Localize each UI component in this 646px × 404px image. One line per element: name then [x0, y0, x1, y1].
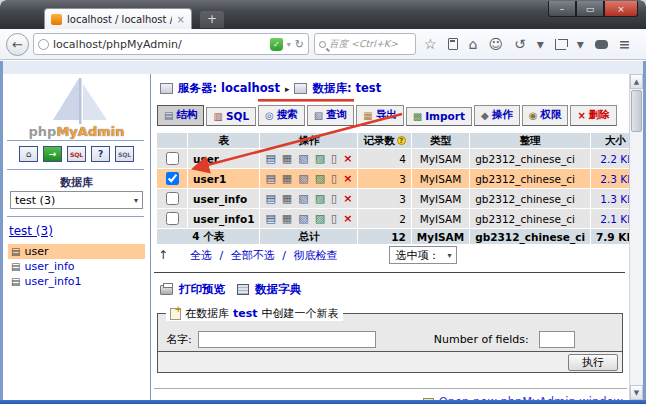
screenshot-icon[interactable]: [555, 39, 566, 50]
sidebar-database-link[interactable]: test (3): [9, 224, 53, 238]
vertical-scrollbar[interactable]: ▲ ▼: [629, 74, 643, 400]
sidebar-item-user[interactable]: ▤user: [8, 244, 145, 259]
with-selected-select[interactable]: 选中项： ▾: [389, 246, 457, 264]
cell-table-name[interactable]: user1: [188, 169, 259, 188]
url-text[interactable]: localhost/phpMyAdmin/: [53, 38, 266, 51]
cell-size[interactable]: 2.1 KB: [591, 209, 629, 228]
tab-operations[interactable]: ◆操作: [474, 105, 520, 126]
structure-icon[interactable]: ▦: [282, 193, 292, 204]
home-icon[interactable]: ⌂: [19, 146, 38, 162]
screenshot-caret-icon[interactable]: ▾: [577, 37, 584, 51]
breadcrumb-database-link[interactable]: 数据库: test: [312, 81, 381, 96]
tab-export[interactable]: ▦导出: [356, 105, 403, 126]
row-checkbox[interactable]: [166, 212, 179, 225]
check-overhead-link[interactable]: 彻底检查: [293, 249, 337, 262]
drop-icon[interactable]: ×: [343, 213, 352, 224]
tab-import[interactable]: ▩Import: [406, 107, 472, 126]
drop-icon[interactable]: ×: [343, 153, 352, 164]
browse-icon[interactable]: ▤: [265, 173, 275, 184]
drop-icon[interactable]: ×: [343, 173, 352, 184]
data-dictionary-link[interactable]: 数据字典: [255, 282, 301, 297]
bookmark-star-icon[interactable]: ☆: [424, 37, 437, 51]
query-window-icon[interactable]: SQL: [115, 146, 134, 162]
close-button[interactable]: ×: [604, 1, 638, 17]
cell-size[interactable]: 1.3 KB: [591, 189, 629, 208]
chat-icon[interactable]: [595, 40, 608, 49]
sql-icon[interactable]: SQL: [67, 146, 86, 162]
uncheck-all-link[interactable]: 全部不选: [231, 249, 275, 262]
back-button[interactable]: ←: [6, 33, 29, 56]
search-icon[interactable]: ▧: [298, 193, 308, 204]
tab-close-icon[interactable]: ×: [177, 14, 185, 25]
tab-sql[interactable]: ▥SQL: [206, 107, 256, 126]
security-shield-icon[interactable]: ✓: [270, 38, 283, 51]
help-icon[interactable]: ?: [91, 146, 110, 162]
insert-icon[interactable]: ▨: [315, 153, 325, 164]
database-select[interactable]: test (3) ▾: [10, 191, 143, 209]
structure-icon[interactable]: ▦: [282, 153, 292, 164]
browse-icon[interactable]: ▤: [265, 193, 275, 204]
show-bookmarks-icon[interactable]: [448, 38, 458, 50]
browser-tab[interactable]: localhost / localhost / te... ×: [44, 8, 192, 29]
insert-icon[interactable]: ▨: [315, 173, 325, 184]
row-checkbox[interactable]: [166, 192, 179, 205]
url-dropdown-icon[interactable]: ▾: [287, 40, 291, 49]
new-tab-button[interactable]: +: [200, 11, 224, 28]
search-icon[interactable]: ▧: [298, 213, 308, 224]
logout-icon[interactable]: →: [43, 146, 62, 162]
tab-search[interactable]: ◎搜索: [258, 105, 305, 126]
menu-icon[interactable]: ≡: [619, 37, 631, 51]
home-icon[interactable]: ⌂: [469, 37, 478, 51]
header-records: 记录数?: [358, 133, 411, 148]
reload-icon[interactable]: ↻: [295, 38, 304, 51]
undo-icon[interactable]: ↺: [514, 37, 526, 51]
sidebar-nav-icons: ⌂→SQL?SQL: [3, 146, 150, 162]
tab-query[interactable]: ▧查询: [307, 105, 354, 126]
tab-search-icon: ◎: [265, 110, 274, 121]
url-bar[interactable]: localhost/phpMyAdmin/ ✓ ▾ ↻: [33, 33, 309, 55]
cell-table-name[interactable]: user_info1: [188, 209, 259, 228]
search-placeholder[interactable]: 百度 <Ctrl+K>: [329, 38, 398, 51]
cell-size[interactable]: 2.3 KB: [591, 169, 629, 188]
minimize-button[interactable]: –: [548, 1, 576, 17]
scroll-up-icon[interactable]: ▲: [630, 74, 643, 89]
browse-icon[interactable]: ▤: [265, 213, 275, 224]
tab-structure[interactable]: ▤结构: [157, 105, 204, 126]
structure-icon[interactable]: ▦: [282, 213, 292, 224]
fields-count-input[interactable]: [539, 331, 575, 348]
sidebar-item-user_info1[interactable]: ▤user_info1: [8, 274, 145, 289]
cell-size[interactable]: 2.2 KB: [591, 149, 629, 168]
row-checkbox[interactable]: [166, 172, 179, 185]
empty-icon[interactable]: ▯: [331, 193, 337, 204]
go-button[interactable]: 执行: [568, 354, 618, 371]
table-name-input[interactable]: [198, 331, 376, 348]
phpmyadmin-logo[interactable]: phpMyAdmin: [3, 76, 150, 139]
scrollbar-thumb[interactable]: [631, 90, 642, 132]
legend-database-link[interactable]: test: [233, 307, 258, 320]
feedback-icon[interactable]: ☺: [488, 37, 503, 51]
insert-icon[interactable]: ▨: [315, 213, 325, 224]
print-preview-link[interactable]: 打印预览: [179, 282, 225, 297]
search-icon[interactable]: ▧: [298, 153, 308, 164]
drop-icon[interactable]: ×: [343, 193, 352, 204]
tab-drop[interactable]: ×删除: [570, 105, 616, 126]
row-checkbox[interactable]: [166, 152, 179, 165]
search-bar[interactable]: 百度 <Ctrl+K>: [314, 33, 416, 55]
breadcrumb-server-link[interactable]: 服务器: localhost: [178, 81, 280, 96]
browse-icon[interactable]: ▤: [265, 153, 275, 164]
cell-table-name[interactable]: user: [188, 149, 259, 168]
empty-icon[interactable]: ▯: [331, 173, 337, 184]
search-icon[interactable]: ▧: [298, 173, 308, 184]
empty-icon[interactable]: ▯: [331, 213, 337, 224]
insert-icon[interactable]: ▨: [315, 193, 325, 204]
structure-icon[interactable]: ▦: [282, 173, 292, 184]
sidebar-item-user_info[interactable]: ▤user_info: [8, 259, 145, 274]
empty-icon[interactable]: ▯: [331, 153, 337, 164]
undo-caret-icon[interactable]: ▾: [537, 37, 544, 51]
scroll-down-icon[interactable]: ▼: [630, 385, 643, 400]
cell-table-name[interactable]: user_info: [188, 189, 259, 208]
records-hint-icon[interactable]: ?: [397, 136, 406, 145]
restore-button[interactable]: ▭: [576, 1, 604, 17]
tab-privileges[interactable]: ◉权限: [522, 105, 569, 126]
check-all-link[interactable]: 全选: [190, 249, 212, 262]
